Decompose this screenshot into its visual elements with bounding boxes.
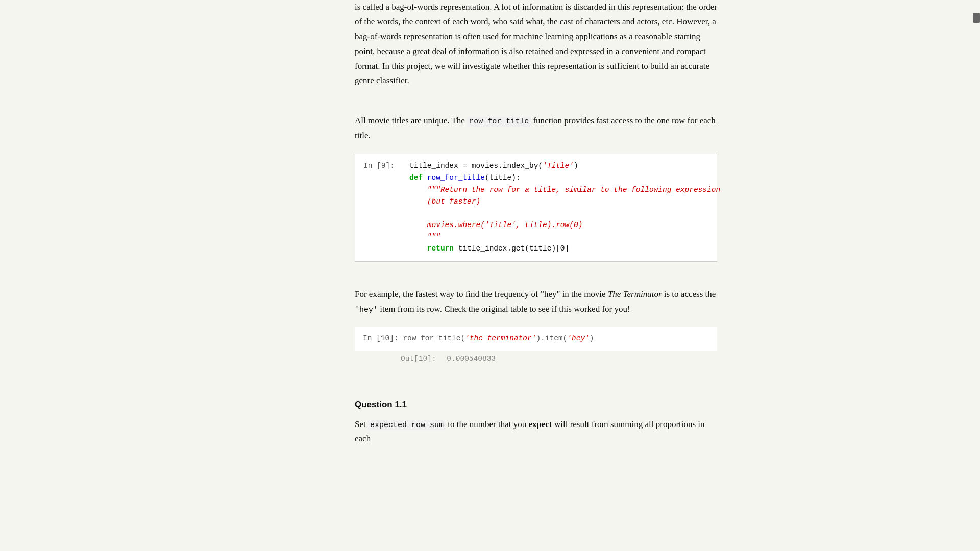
in9-code: title_index = movies.index_by('Title') d… bbox=[409, 160, 720, 255]
code-line-7: """ bbox=[409, 231, 720, 243]
q-bold-text: expect bbox=[528, 419, 552, 429]
code-cell-in10: In [10]: row_for_title('the terminator')… bbox=[355, 327, 717, 350]
paragraph-bag-of-words: is called a bag-of-words representation.… bbox=[355, 0, 717, 88]
code-line-5 bbox=[409, 208, 720, 219]
in9-label: In [9]: bbox=[363, 160, 409, 172]
code-line-3: """Return the row for a title, similar t… bbox=[409, 184, 720, 196]
expected-row-sum-code: expected_row_sum bbox=[368, 420, 446, 430]
q-mid: to the number that you bbox=[446, 419, 528, 429]
paragraph-row-for-title: All movie titles are unique. The row_for… bbox=[355, 114, 717, 143]
q-pre: Set bbox=[355, 419, 368, 429]
code-cell-in9: In [9]: title_index = movies.index_by('T… bbox=[355, 154, 717, 262]
out10-value: 0.000540833 bbox=[447, 355, 496, 363]
out10-row: Out[10]: 0.000540833 bbox=[355, 354, 717, 364]
page-container: is called a bag-of-words representation.… bbox=[0, 0, 980, 551]
q-bold: expect bbox=[528, 419, 552, 429]
code-line-4: (but faster) bbox=[409, 196, 720, 208]
out10-label: Out[10]: bbox=[401, 355, 436, 363]
gap4 bbox=[355, 379, 717, 394]
scrollbar-thumb[interactable] bbox=[973, 13, 980, 23]
in10-label: In [10]: bbox=[363, 334, 399, 342]
para3-mid: is to access the bbox=[662, 289, 716, 299]
terminator-italic: The Terminator bbox=[608, 289, 662, 299]
content-area: is called a bag-of-words representation.… bbox=[242, 0, 738, 487]
in10-code: row_for_title('the terminator').item('he… bbox=[403, 334, 594, 342]
para3-post: item from its row. Check the original ta… bbox=[378, 304, 630, 314]
code-line-1: title_index = movies.index_by('Title') bbox=[409, 160, 720, 172]
para3-pre: For example, the fastest way to find the… bbox=[355, 289, 608, 299]
gap1 bbox=[355, 98, 717, 114]
question-paragraph: Set expected_row_sum to the number that … bbox=[355, 417, 717, 447]
code-line-2: def row_for_title(title): bbox=[409, 172, 720, 184]
paragraph1-text: is called a bag-of-words representation.… bbox=[355, 2, 717, 85]
para3-italic: The Terminator bbox=[608, 289, 662, 299]
gap2 bbox=[355, 272, 717, 287]
code-cell-in9-row: In [9]: title_index = movies.index_by('T… bbox=[363, 160, 708, 255]
para2-pre: All movie titles are unique. The bbox=[355, 116, 467, 126]
paragraph-hey-example: For example, the fastest way to find the… bbox=[355, 287, 717, 317]
question-heading: Question 1.1 bbox=[355, 399, 717, 410]
code-line-8: return title_index.get(title)[0] bbox=[409, 243, 720, 255]
row-for-title-inline-code: row_for_title bbox=[467, 117, 531, 127]
gap3 bbox=[355, 364, 717, 379]
code-line-6: movies.where('Title', title).row(0) bbox=[409, 219, 720, 231]
hey-inline-code: 'hey' bbox=[355, 306, 378, 314]
